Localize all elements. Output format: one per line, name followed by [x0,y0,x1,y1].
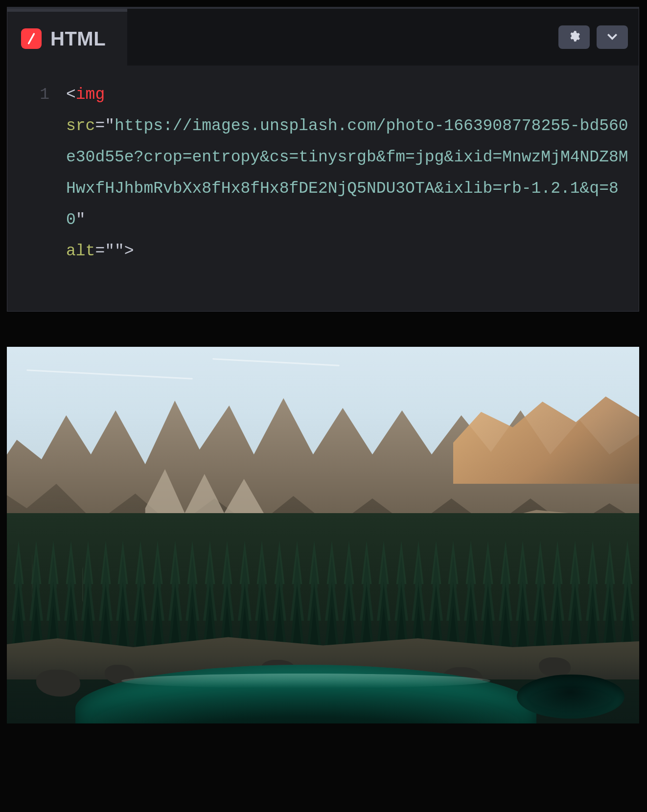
line-number: 1 [7,79,49,111]
editor-panel: HTML 1 <img src="https://images.unsplash… [7,7,639,312]
tab-html[interactable]: HTML [7,9,127,66]
code-token: " [76,211,86,229]
code-token: img [76,86,105,104]
code-token: = [95,242,105,260]
line-gutter: 1 [7,79,66,267]
editor-tab-actions [558,25,628,49]
slash-icon [21,28,42,49]
code-content[interactable]: <img src="https://images.unsplash.com/ph… [66,79,629,267]
code-token: > [124,242,134,260]
editor-settings-button[interactable] [558,25,590,49]
tree-row [7,557,639,645]
code-token: src [66,117,95,135]
editor-tabbar: HTML [7,9,639,66]
side-pool [517,675,624,719]
code-token: " [115,242,124,260]
code-token: https://images.unsplash.com/photo-166390… [66,117,628,229]
gear-icon [568,30,580,45]
code-editor[interactable]: 1 <img src="https://images.unsplash.com/… [7,66,639,311]
tab-title: HTML [50,28,106,50]
editor-collapse-button[interactable] [597,25,628,49]
chevron-down-icon [605,29,620,45]
code-token: = [95,117,105,135]
preview-panel [7,347,639,723]
code-token: " [105,242,115,260]
code-token: " [105,117,115,135]
rendered-image [7,347,639,723]
code-token: < [66,86,76,104]
code-token: alt [66,242,95,260]
